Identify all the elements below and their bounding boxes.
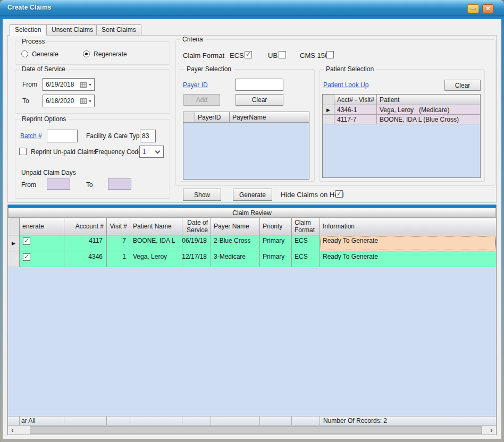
footer-cell xyxy=(8,416,20,425)
col-header-patient-name[interactable]: Patient Name xyxy=(130,218,182,235)
batch-number-input[interactable] xyxy=(47,130,78,142)
tab-unsent-claims-label: Unsent Claims xyxy=(52,26,93,33)
calendar-icon xyxy=(80,98,87,104)
dos-from-label: From xyxy=(22,81,37,88)
tab-selection[interactable]: Selection xyxy=(10,24,46,36)
visit-cell: 7 xyxy=(107,235,130,251)
hide-claims-on-hold-label: Hide Claims on Hold xyxy=(281,191,344,199)
frequency-code-label: Frequency Code xyxy=(95,148,142,156)
claim-format-cell: ECS xyxy=(292,251,320,267)
patient-lookup-link[interactable]: Patient Look Up xyxy=(323,81,368,89)
patient-name-cell: BOONE, IDA L xyxy=(130,235,182,251)
col-header-date-of-service[interactable]: Date ofService xyxy=(182,218,211,235)
ub-checkbox[interactable] xyxy=(279,51,286,58)
frequency-code-select[interactable]: 1 xyxy=(139,146,164,158)
patient-grid[interactable]: Acct# - Visit# Patient ▶ 4346-1 Vega, Le… xyxy=(322,94,481,178)
reprint-unpaid-checkbox[interactable] xyxy=(19,148,27,155)
payer-add-label: Add xyxy=(196,96,207,104)
unpaid-to-input[interactable] xyxy=(108,178,131,190)
patient-row[interactable]: ▶ 4346-1 Vega, Leroy (Medicare) xyxy=(323,105,480,115)
generate-cell[interactable] xyxy=(20,235,64,251)
patient-clear-label: Clear xyxy=(455,82,471,89)
payer-grid-header: PayerID PayerName xyxy=(183,112,309,123)
unpaid-from-input[interactable] xyxy=(47,178,70,190)
dos-to-datepicker[interactable]: 6/18/2020 ▼ xyxy=(43,95,95,107)
col-header-payer-name[interactable]: Payer Name xyxy=(211,218,260,235)
date-of-service-legend: Date of Service xyxy=(20,65,68,73)
patient-grid-col-acct: Acct# - Visit# xyxy=(334,95,377,105)
window-title: Create Claims xyxy=(7,4,52,11)
clear-all-button-clipped[interactable]: ar All xyxy=(20,416,64,425)
scroll-left-arrow[interactable]: ‹ xyxy=(8,426,17,435)
patient-row[interactable]: 4117-7 BOONE, IDA L (Blue Cross) xyxy=(323,115,480,124)
footer-cell xyxy=(130,416,182,425)
generate-radio-label: Generate xyxy=(32,50,58,58)
title-bar[interactable]: Create Claims ✕ xyxy=(0,0,504,16)
regenerate-radio[interactable] xyxy=(83,50,90,57)
col-header-information[interactable]: Information xyxy=(320,218,496,235)
scroll-right-arrow[interactable]: › xyxy=(487,426,496,435)
col-header-visit[interactable]: Visit # xyxy=(107,218,130,235)
patient-clear-button[interactable]: Clear xyxy=(444,80,481,91)
dos-from-value: 6/19/2018 xyxy=(43,81,80,88)
claim-review-caption: Claim Review xyxy=(8,208,496,218)
payer-grid[interactable]: PayerID PayerName xyxy=(183,112,309,180)
grid-footer-row: ar All Number Of Records: 2 xyxy=(8,416,496,425)
generate-button[interactable]: Generate xyxy=(233,189,272,201)
payer-name-cell: 3-Medicare xyxy=(211,251,260,267)
patient-grid-selector-header xyxy=(323,95,334,105)
claim-review-header-row: enerate Account # Visit # Patient Name D… xyxy=(8,218,496,235)
claim-row[interactable]: 4346 1 Vega, Leroy 12/17/18 3-Medicare P… xyxy=(8,251,496,267)
col-header-generate[interactable]: enerate xyxy=(20,218,64,235)
ecs-label: ECS xyxy=(230,52,244,60)
payer-selection-legend: Payer Selection xyxy=(184,65,233,73)
facility-care-type-input[interactable] xyxy=(140,130,156,142)
close-button[interactable]: ✕ xyxy=(482,4,494,13)
patient-selection-legend: Patient Selection xyxy=(324,65,376,73)
chevron-down-icon[interactable]: ▼ xyxy=(88,83,92,87)
claim-row[interactable]: ▶ 4117 7 BOONE, IDA L 06/19/18 2-Blue Cr… xyxy=(8,235,496,251)
calendar-icon xyxy=(80,82,87,88)
ecs-checkbox[interactable] xyxy=(245,51,252,58)
generate-checkbox[interactable] xyxy=(23,237,30,245)
information-cell[interactable]: Ready To Generate xyxy=(320,235,496,251)
generate-checkbox[interactable] xyxy=(23,253,30,261)
row-selector-arrow-icon: ▶ xyxy=(326,107,330,113)
dos-from-datepicker[interactable]: 6/19/2018 ▼ xyxy=(43,78,95,91)
criteria-legend: Criteria xyxy=(180,36,205,43)
patient-name-cell: Vega, Leroy xyxy=(130,251,182,267)
generate-radio[interactable] xyxy=(21,50,28,57)
batch-number-link[interactable]: Batch # xyxy=(20,132,42,140)
unpaid-claim-days-label: Unpaid Claim Days xyxy=(21,169,76,176)
information-cell: Ready To Generate xyxy=(320,251,496,267)
generate-cell[interactable] xyxy=(20,251,64,267)
show-button[interactable]: Show xyxy=(183,189,221,201)
regenerate-radio-label: Regenerate xyxy=(94,50,127,58)
hide-claims-on-hold-checkbox[interactable] xyxy=(335,190,343,198)
dos-to-label: To xyxy=(22,97,29,105)
generate-button-label: Generate xyxy=(239,191,266,199)
payer-id-input[interactable] xyxy=(236,79,283,91)
chevron-down-icon[interactable]: ▼ xyxy=(88,99,92,103)
footer-cell xyxy=(107,416,130,425)
footer-cell xyxy=(64,416,107,425)
reprint-unpaid-label: Reprint Un-paid Claims xyxy=(31,148,97,156)
col-header-priority[interactable]: Priority xyxy=(260,218,292,235)
payer-grid-col-payerid: PayerID xyxy=(195,112,230,122)
cms1500-checkbox[interactable] xyxy=(326,51,334,58)
dos-to-value: 6/18/2020 xyxy=(43,97,80,105)
patient-acct-visit: 4117-7 xyxy=(334,115,377,124)
payer-add-button[interactable]: Add xyxy=(183,94,220,106)
tab-sent-claims[interactable]: Sent Claims xyxy=(96,24,141,35)
tab-unsent-claims[interactable]: Unsent Claims xyxy=(46,24,98,35)
tab-selection-label: Selection xyxy=(15,26,41,33)
close-icon: ✕ xyxy=(485,5,490,12)
patient-grid-col-patient: Patient xyxy=(377,95,480,105)
payer-id-link[interactable]: Payer ID xyxy=(183,81,208,89)
scrollbar-thumb[interactable] xyxy=(30,426,482,434)
col-header-claim-format[interactable]: ClaimFormat xyxy=(292,218,320,235)
minimize-button[interactable] xyxy=(467,4,479,13)
horizontal-scrollbar[interactable]: ‹ › xyxy=(8,425,496,435)
payer-clear-button[interactable]: Clear xyxy=(236,94,283,106)
col-header-account[interactable]: Account # xyxy=(64,218,107,235)
